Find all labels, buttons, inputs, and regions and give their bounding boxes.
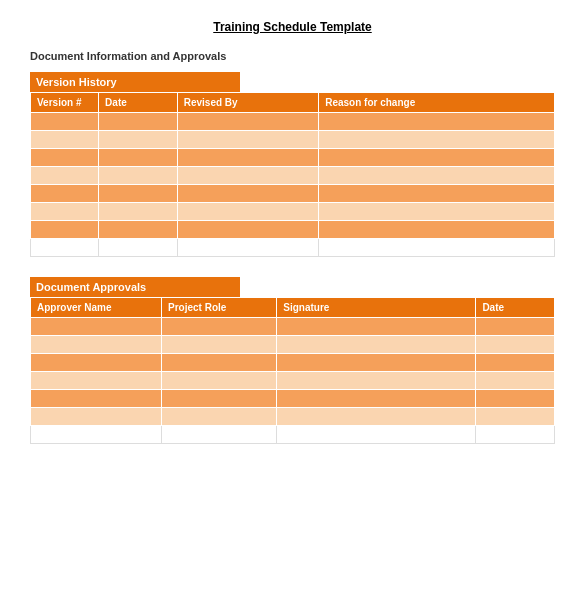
ap-col-role: Project Role	[162, 298, 277, 318]
vh-col-date: Date	[99, 93, 178, 113]
table-row	[31, 390, 555, 408]
cell	[319, 113, 555, 131]
cell	[31, 221, 99, 239]
cell	[319, 149, 555, 167]
cell	[31, 390, 162, 408]
cell	[277, 426, 476, 444]
cell	[277, 372, 476, 390]
cell	[162, 336, 277, 354]
cell	[31, 408, 162, 426]
cell	[319, 167, 555, 185]
cell	[319, 185, 555, 203]
cell	[319, 221, 555, 239]
spacer-row	[31, 426, 555, 444]
table-row	[31, 408, 555, 426]
cell	[177, 203, 318, 221]
cell	[99, 185, 178, 203]
cell	[177, 113, 318, 131]
cell	[162, 318, 277, 336]
cell	[177, 185, 318, 203]
cell	[162, 408, 277, 426]
document-approvals-header: Document Approvals	[30, 277, 240, 297]
table-row	[31, 149, 555, 167]
version-history-section: Version History Version # Date Revised B…	[30, 72, 555, 257]
table-row	[31, 372, 555, 390]
cell	[476, 372, 555, 390]
cell	[99, 167, 178, 185]
cell	[277, 354, 476, 372]
cell	[277, 318, 476, 336]
page-title: Training Schedule Template	[30, 20, 555, 34]
cell	[31, 149, 99, 167]
cell	[31, 113, 99, 131]
cell	[277, 390, 476, 408]
cell	[476, 426, 555, 444]
cell	[162, 354, 277, 372]
table-row	[31, 203, 555, 221]
cell	[476, 354, 555, 372]
table-row	[31, 336, 555, 354]
cell	[31, 131, 99, 149]
cell	[476, 318, 555, 336]
doc-section-label: Document Information and Approvals	[30, 50, 555, 62]
cell	[177, 167, 318, 185]
cell	[31, 372, 162, 390]
table-row	[31, 131, 555, 149]
cell	[31, 239, 99, 257]
cell	[162, 390, 277, 408]
cell	[99, 221, 178, 239]
cell	[319, 203, 555, 221]
cell	[476, 408, 555, 426]
vh-col-revised: Revised By	[177, 93, 318, 113]
cell	[277, 336, 476, 354]
cell	[31, 185, 99, 203]
cell	[177, 239, 318, 257]
table-row	[31, 354, 555, 372]
document-approvals-table: Approver Name Project Role Signature Dat…	[30, 297, 555, 444]
cell	[177, 131, 318, 149]
vh-col-reason: Reason for change	[319, 93, 555, 113]
cell	[476, 336, 555, 354]
vh-col-version: Version #	[31, 93, 99, 113]
version-history-header: Version History	[30, 72, 240, 92]
spacer-row	[31, 239, 555, 257]
cell	[31, 354, 162, 372]
cell	[162, 426, 277, 444]
cell	[99, 149, 178, 167]
table-row	[31, 318, 555, 336]
cell	[99, 113, 178, 131]
cell	[99, 131, 178, 149]
document-approvals-section: Document Approvals Approver Name Project…	[30, 277, 555, 444]
cell	[277, 408, 476, 426]
cell	[99, 203, 178, 221]
table-row	[31, 167, 555, 185]
version-history-column-headers: Version # Date Revised By Reason for cha…	[31, 93, 555, 113]
cell	[319, 131, 555, 149]
cell	[162, 372, 277, 390]
cell	[99, 239, 178, 257]
cell	[31, 203, 99, 221]
cell	[31, 336, 162, 354]
approvals-column-headers: Approver Name Project Role Signature Dat…	[31, 298, 555, 318]
cell	[177, 149, 318, 167]
ap-col-name: Approver Name	[31, 298, 162, 318]
ap-col-signature: Signature	[277, 298, 476, 318]
table-row	[31, 221, 555, 239]
ap-col-date: Date	[476, 298, 555, 318]
cell	[31, 167, 99, 185]
cell	[319, 239, 555, 257]
version-history-table: Version # Date Revised By Reason for cha…	[30, 92, 555, 257]
cell	[31, 426, 162, 444]
cell	[31, 318, 162, 336]
cell	[476, 390, 555, 408]
table-row	[31, 185, 555, 203]
table-row	[31, 113, 555, 131]
cell	[177, 221, 318, 239]
